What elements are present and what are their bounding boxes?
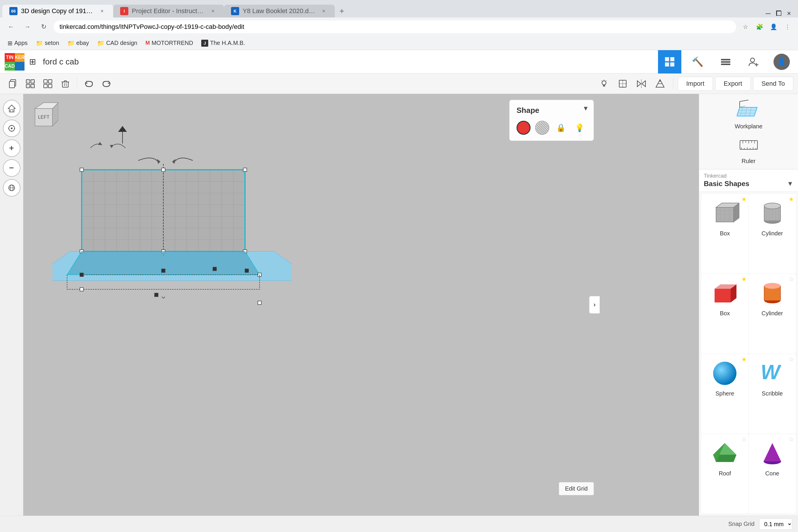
- svg-rect-14: [26, 84, 30, 88]
- snap-grid-select[interactable]: 0.1 mm 0.5 mm 1 mm 5 mm 10 mm: [759, 518, 792, 530]
- bookmark-hamb[interactable]: J The H.A.M.B.: [198, 38, 248, 48]
- shape-cylinder-orange[interactable]: ☆ Cylinder: [749, 274, 796, 353]
- export-button[interactable]: Export: [715, 77, 751, 91]
- maximize-button[interactable]: ⧠: [775, 10, 782, 18]
- shape-cone-purple[interactable]: ☆ Cone: [749, 434, 796, 513]
- edit-grid-label[interactable]: Edit Grid: [559, 482, 594, 495]
- tinkercad-logo[interactable]: TIN KER CAD: [5, 53, 22, 71]
- toolbar-separator-1: [77, 78, 77, 90]
- canvas-area[interactable]: LEFT: [23, 94, 699, 516]
- forward-button[interactable]: →: [21, 20, 34, 33]
- home-view-button[interactable]: [3, 100, 20, 117]
- perspective-button[interactable]: [3, 179, 20, 196]
- grid-view-button[interactable]: [658, 50, 681, 74]
- lock-icon[interactable]: 🔒: [554, 121, 568, 135]
- refresh-button[interactable]: ↻: [37, 20, 50, 33]
- group-icon: [26, 79, 35, 88]
- workplane-icon: [737, 99, 760, 122]
- 3d-object-container[interactable]: [53, 135, 292, 311]
- layers-button[interactable]: [714, 50, 737, 74]
- bookmark-ebay[interactable]: 📁 ebay: [64, 38, 92, 48]
- color-red-swatch[interactable]: [516, 121, 531, 135]
- svg-rect-44: [11, 110, 13, 112]
- tab-1-title: 3D design Copy of 1919 c-cab b...: [21, 7, 95, 15]
- back-button[interactable]: ←: [5, 20, 18, 33]
- svg-line-30: [606, 80, 606, 81]
- project-name[interactable]: ford c cab: [43, 57, 79, 66]
- collapse-panel-button[interactable]: ›: [589, 296, 600, 314]
- ebay-label: ebay: [76, 40, 89, 46]
- address-input[interactable]: [54, 20, 736, 33]
- import-button[interactable]: Import: [678, 77, 713, 91]
- cylinder-gray-visual: [758, 198, 787, 228]
- mirror-button[interactable]: [633, 76, 649, 92]
- main-content: + −: [0, 94, 798, 516]
- tab-1[interactable]: 66 3D design Copy of 1919 c-cab b... ×: [2, 5, 113, 18]
- redo-button[interactable]: [98, 76, 115, 92]
- svg-marker-171: [764, 443, 781, 461]
- tab-3[interactable]: K Y8 Law Booklet 2020.docx.pdf ×: [224, 5, 335, 18]
- star-filled-icon: ★: [741, 196, 747, 203]
- svg-rect-21: [62, 82, 68, 87]
- minimize-button[interactable]: ─: [766, 10, 771, 18]
- close-button[interactable]: ×: [787, 10, 791, 18]
- delete-button[interactable]: [57, 76, 74, 92]
- add-user-button[interactable]: [742, 50, 765, 74]
- shape-sphere-blue[interactable]: ★ Sphere: [701, 354, 748, 433]
- toolbar: Import Export Send To: [0, 74, 798, 94]
- menu-grid-icon[interactable]: ⊞: [27, 55, 38, 69]
- workplane-button[interactable]: Workplane: [735, 99, 762, 130]
- shape-scribble[interactable]: ☆ W Scribble: [749, 354, 796, 433]
- ruler-tool-button[interactable]: [652, 76, 668, 92]
- new-tab-button[interactable]: +: [335, 5, 349, 18]
- scribble-visual: W: [758, 359, 787, 388]
- svg-rect-2: [665, 62, 669, 66]
- shape-box-red[interactable]: ★ Box: [701, 274, 748, 353]
- build-view-button[interactable]: 🔨: [686, 50, 709, 74]
- apps-label: Apps: [14, 40, 28, 46]
- zoom-out-button[interactable]: −: [3, 159, 20, 177]
- undo-button[interactable]: [81, 76, 97, 92]
- svg-marker-105: [157, 159, 160, 164]
- profile-icon[interactable]: 👤: [768, 21, 779, 33]
- star-icon[interactable]: ☆: [740, 21, 751, 33]
- menu-icon[interactable]: ⋮: [782, 21, 793, 33]
- bookmark-seton[interactable]: 📁 seton: [33, 38, 62, 48]
- shape-panel-dropdown[interactable]: ▼: [583, 105, 589, 112]
- tab-2-close[interactable]: ×: [209, 7, 217, 15]
- shape-box-gray[interactable]: ★ Box: [701, 194, 748, 273]
- browser-chrome: 66 3D design Copy of 1919 c-cab b... × I…: [0, 0, 798, 50]
- bookmark-motortrend[interactable]: M MOTORTREND: [142, 38, 196, 48]
- fit-view-button[interactable]: [3, 119, 20, 137]
- shape-panel: ▼ Shape: [509, 100, 594, 141]
- ruler-label: Ruler: [742, 158, 756, 165]
- cylinder-star-icon: ★: [788, 196, 794, 203]
- copy-button[interactable]: [5, 76, 21, 92]
- color-hole-swatch[interactable]: [535, 121, 549, 135]
- profile-avatar[interactable]: 👤: [770, 50, 793, 74]
- ungroup-button[interactable]: [40, 76, 56, 92]
- category-row: Basic Shapes ▼: [704, 180, 793, 188]
- group-button[interactable]: [22, 76, 38, 92]
- bulb-icon[interactable]: 💡: [572, 121, 587, 135]
- zoom-in-button[interactable]: +: [3, 139, 20, 157]
- svg-point-7: [750, 58, 755, 62]
- bookmark-apps[interactable]: ⊞ Apps: [5, 38, 31, 48]
- bookmark-cad[interactable]: 📁 CAD design: [94, 38, 140, 48]
- edit-grid-button[interactable]: Edit Grid: [559, 482, 594, 495]
- ruler-button[interactable]: Ruler: [737, 133, 760, 165]
- extensions-icon[interactable]: 🧩: [754, 21, 765, 33]
- send-to-button[interactable]: Send To: [753, 77, 793, 91]
- layers-icon: [720, 56, 732, 68]
- shape-roof-green[interactable]: ☆ Roof: [701, 434, 748, 513]
- view-cube[interactable]: LEFT: [29, 100, 58, 129]
- tab-1-close[interactable]: ×: [98, 7, 106, 15]
- category-dropdown-arrow[interactable]: ▼: [787, 180, 793, 188]
- light-button[interactable]: [596, 76, 612, 92]
- shape-cylinder-gray[interactable]: ★ Cylinder: [749, 194, 796, 273]
- align-button[interactable]: [614, 76, 631, 92]
- tab-2[interactable]: I Project Editor - Instructables ×: [113, 5, 224, 18]
- tab-3-close[interactable]: ×: [320, 7, 328, 15]
- shape-category-selector[interactable]: Tinkercad Basic Shapes ▼: [699, 169, 798, 192]
- svg-rect-0: [665, 57, 669, 61]
